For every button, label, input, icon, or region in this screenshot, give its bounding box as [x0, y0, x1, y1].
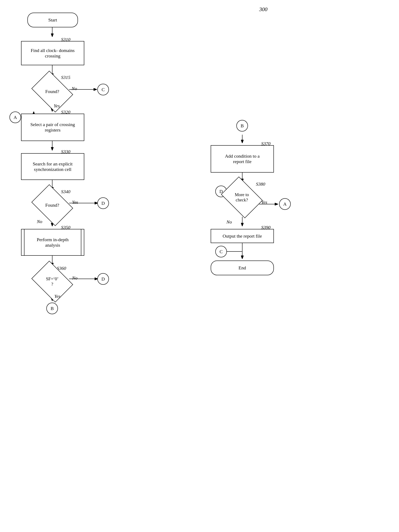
- s340-label: S340: [61, 189, 70, 194]
- a-connector-right: A: [279, 198, 291, 210]
- s390-box: Output the report file: [211, 229, 274, 243]
- s350-box: Perform in-depth analysis: [21, 229, 84, 256]
- s320-box: Select a pair of crossing registers: [21, 114, 84, 141]
- a-connector-left: A: [9, 112, 21, 123]
- diagram-number: 300: [253, 6, 274, 13]
- c-connector-right: C: [215, 246, 227, 257]
- s380-yes-label: Yes: [261, 200, 267, 205]
- b-connector-bottom: B: [46, 303, 58, 314]
- s360-yes-label: Yes: [54, 294, 60, 299]
- c-connector-top: C: [97, 84, 109, 95]
- s315-no-label: No: [72, 86, 77, 91]
- s340-yes-label: Yes: [72, 200, 78, 205]
- s380-no-label: No: [226, 219, 232, 225]
- end-node: End: [211, 260, 274, 275]
- d-connector-bottom: D: [97, 273, 109, 285]
- d-connector-top: D: [97, 197, 109, 209]
- s315-yes-label: Yes: [54, 103, 60, 109]
- s360-no-label: No: [72, 275, 78, 281]
- s360-diamond-shape: [31, 261, 73, 302]
- b-connector-right: B: [236, 120, 248, 132]
- s370-box: Add condition to a report file: [211, 145, 274, 173]
- s340-no-label: No: [37, 219, 42, 224]
- s315-label: S315: [61, 75, 70, 80]
- s310-box: Find all clock- domains crossing: [21, 41, 84, 65]
- s380-label: S380: [256, 181, 265, 187]
- start-node: Start: [27, 13, 78, 27]
- s330-box: Search for an explicit synchronization c…: [21, 153, 84, 180]
